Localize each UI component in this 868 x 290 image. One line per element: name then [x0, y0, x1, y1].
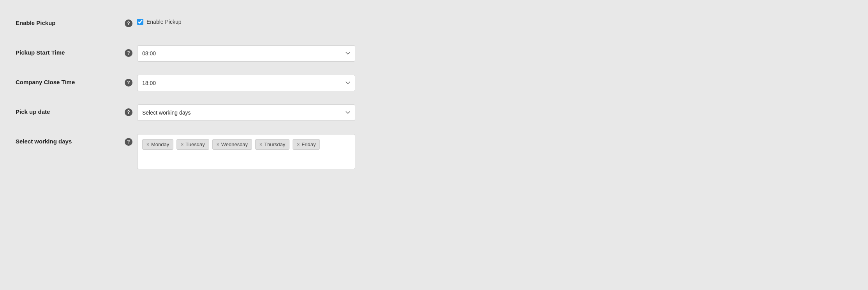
pickup-start-time-row: Pickup Start Time ? 08:00 09:00 10:00 11…	[16, 45, 390, 64]
select-working-days-row: Select working days ? × Monday × Tuesday…	[16, 134, 390, 169]
tag-monday-label: Monday	[151, 141, 169, 147]
tag-friday-remove[interactable]: ×	[297, 142, 300, 147]
tag-wednesday[interactable]: × Wednesday	[212, 139, 252, 150]
enable-pickup-control: Enable Pickup	[137, 16, 355, 25]
enable-pickup-checkbox[interactable]	[137, 19, 143, 25]
enable-pickup-checkbox-row: Enable Pickup	[137, 16, 355, 25]
select-working-days-help: ?	[125, 134, 137, 146]
help-icon-select-working-days[interactable]: ?	[125, 138, 132, 146]
help-icon-pickup-start-time[interactable]: ?	[125, 49, 132, 57]
enable-pickup-label: Enable Pickup	[16, 16, 125, 26]
tag-monday-remove[interactable]: ×	[146, 142, 149, 147]
tag-monday[interactable]: × Monday	[142, 139, 173, 150]
enable-pickup-help: ?	[125, 16, 137, 27]
select-working-days-label: Select working days	[16, 134, 125, 145]
settings-container: Enable Pickup ? Enable Pickup Pickup Sta…	[16, 16, 390, 169]
company-close-time-row: Company Close Time ? 16:00 17:00 18:00 1…	[16, 75, 390, 94]
pickup-start-time-help: ?	[125, 45, 137, 57]
pick-up-date-label: Pick up date	[16, 104, 125, 115]
pickup-start-time-label: Pickup Start Time	[16, 45, 125, 56]
select-working-days-control: × Monday × Tuesday × Wednesday × Thursda…	[137, 134, 355, 169]
company-close-time-label: Company Close Time	[16, 75, 125, 85]
pick-up-date-select[interactable]: Select working days Monday Tuesday Wedne…	[137, 104, 355, 121]
pick-up-date-help: ?	[125, 104, 137, 116]
help-icon-company-close-time[interactable]: ?	[125, 79, 132, 87]
tag-wednesday-label: Wednesday	[221, 141, 248, 147]
company-close-time-select[interactable]: 16:00 17:00 18:00 19:00 20:00	[137, 75, 355, 91]
pickup-start-time-select[interactable]: 08:00 09:00 10:00 11:00 12:00	[137, 45, 355, 62]
tag-tuesday[interactable]: × Tuesday	[176, 139, 209, 150]
tag-thursday-remove[interactable]: ×	[259, 142, 262, 147]
company-close-time-help: ?	[125, 75, 137, 87]
tag-tuesday-label: Tuesday	[185, 141, 205, 147]
tag-thursday-label: Thursday	[264, 141, 285, 147]
tag-wednesday-remove[interactable]: ×	[217, 142, 219, 147]
pick-up-date-row: Pick up date ? Select working days Monda…	[16, 104, 390, 123]
tag-friday-label: Friday	[302, 141, 316, 147]
company-close-time-control: 16:00 17:00 18:00 19:00 20:00	[137, 75, 355, 91]
help-icon-enable-pickup[interactable]: ?	[125, 19, 132, 27]
tag-tuesday-remove[interactable]: ×	[181, 142, 183, 147]
enable-pickup-checkbox-label: Enable Pickup	[146, 19, 182, 25]
tag-friday[interactable]: × Friday	[293, 139, 320, 150]
help-icon-pick-up-date[interactable]: ?	[125, 108, 132, 116]
working-days-tags-container: × Monday × Tuesday × Wednesday × Thursda…	[137, 134, 355, 169]
pickup-start-time-control: 08:00 09:00 10:00 11:00 12:00	[137, 45, 355, 62]
tag-thursday[interactable]: × Thursday	[255, 139, 289, 150]
enable-pickup-row: Enable Pickup ? Enable Pickup	[16, 16, 390, 34]
pick-up-date-control: Select working days Monday Tuesday Wedne…	[137, 104, 355, 121]
